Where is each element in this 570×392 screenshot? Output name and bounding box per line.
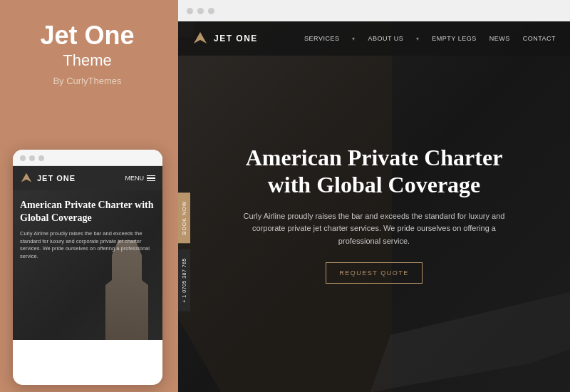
nav-empty-legs[interactable]: EMPTY LEGS — [432, 35, 476, 42]
desktop-logo: JET ONE — [192, 31, 258, 46]
theme-by: By CurlyThemes — [40, 76, 134, 86]
mobile-hero-content: American Private Charter with Global Cov… — [13, 190, 162, 266]
menu-line-2 — [147, 177, 155, 179]
browser-dot-3 — [208, 8, 214, 14]
browser-bar — [178, 0, 570, 21]
theme-title-line1: Jet One — [40, 21, 134, 50]
side-phone-tab[interactable]: + 1 0705 387 765 — [178, 249, 190, 311]
desktop-hero-desc: Curly Airline proudly raises the bar and… — [239, 210, 509, 248]
mobile-menu-button[interactable]: MENU — [125, 175, 156, 182]
nav-links: SERVICES ▾ ABOUT US ▾ EMPTY LEGS NEWS CO… — [304, 35, 556, 42]
desktop-logo-text: JET ONE — [214, 33, 258, 43]
request-quote-button[interactable]: REQUEST QUOTE — [326, 262, 422, 284]
mobile-hero-title: American Private Charter with Global Cov… — [20, 199, 155, 225]
mobile-header: JET ONE MENU — [13, 166, 162, 190]
desktop-hero-content: American Private Charter with Global Cov… — [239, 144, 509, 284]
services-chevron: ▾ — [352, 36, 355, 42]
desktop-hero: JET ONE SERVICES ▾ ABOUT US ▾ EMPTY LEGS… — [178, 21, 570, 392]
mobile-mockup: JET ONE MENU American Private Charter wi… — [13, 150, 162, 385]
nav-news[interactable]: NEWS — [489, 35, 510, 42]
svg-marker-0 — [21, 173, 31, 182]
nav-services[interactable]: SERVICES — [304, 35, 339, 42]
mobile-hero-desc: Curly Airline proudly raises the bar and… — [20, 230, 155, 260]
mobile-logo-text: JET ONE — [37, 174, 76, 182]
mobile-browser-dots — [13, 150, 162, 166]
mobile-logo: JET ONE — [20, 172, 76, 185]
theme-title-line2: Theme — [40, 51, 134, 70]
menu-line-1 — [147, 175, 155, 177]
menu-line-3 — [147, 180, 155, 182]
about-chevron: ▾ — [416, 36, 419, 42]
nav-contact[interactable]: CONTACT — [523, 35, 556, 42]
svg-marker-1 — [194, 32, 207, 43]
desktop-nav: JET ONE SERVICES ▾ ABOUT US ▾ EMPTY LEGS… — [178, 21, 570, 56]
mobile-hero: American Private Charter with Global Cov… — [13, 190, 162, 340]
desktop-logo-icon — [192, 31, 208, 46]
hamburger-icon — [147, 175, 155, 182]
dot-1 — [20, 155, 26, 161]
left-panel: Jet One Theme By CurlyThemes JET ONE MEN… — [0, 0, 175, 392]
dot-2 — [29, 155, 35, 161]
desktop-hero-title: American Private Charter with Global Cov… — [239, 144, 509, 199]
theme-title-block: Jet One Theme By CurlyThemes — [40, 21, 134, 86]
browser-dot-2 — [197, 8, 204, 14]
dot-3 — [38, 155, 44, 161]
menu-label: MENU — [125, 175, 145, 182]
browser-dot-1 — [187, 8, 193, 14]
right-panel: JET ONE SERVICES ▾ ABOUT US ▾ EMPTY LEGS… — [178, 0, 570, 392]
side-book-now-tab[interactable]: BOOK NOW — [178, 192, 190, 243]
mobile-logo-icon — [20, 172, 33, 185]
nav-about[interactable]: ABOUT US — [368, 35, 403, 42]
